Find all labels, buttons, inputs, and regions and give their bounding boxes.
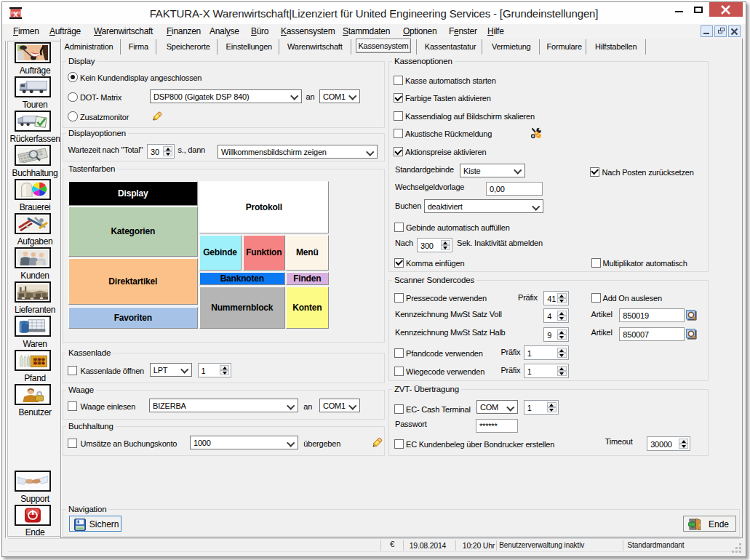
svg-text:x: x [13,9,18,18]
